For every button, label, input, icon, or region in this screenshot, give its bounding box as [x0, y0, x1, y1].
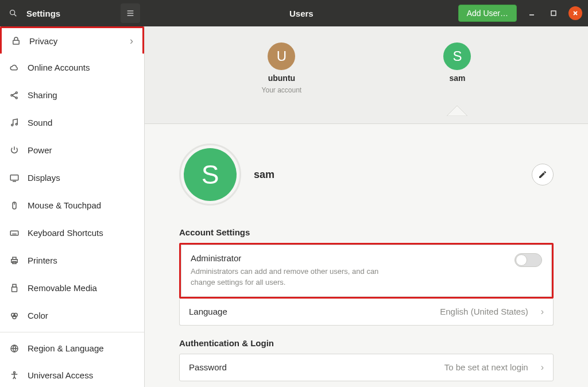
header-right: Add User…: [458, 5, 588, 22]
sidebar-item-label: Power: [28, 145, 135, 155]
header-left: Settings: [0, 0, 145, 26]
svg-line-13: [13, 93, 16, 95]
add-user-button[interactable]: Add User…: [458, 5, 517, 22]
lock-icon: [11, 36, 21, 46]
sidebar-item-label: Universal Access: [28, 370, 135, 380]
administrator-description: Administrators can add and remove other …: [191, 266, 386, 288]
chevron-right-icon: ›: [541, 307, 544, 317]
color-icon: [9, 311, 20, 321]
sidebar-item-label: Removable Media: [28, 283, 135, 293]
sidebar-item-label: Sound: [28, 118, 135, 127]
sidebar-item-universal-access[interactable]: Universal Access: [0, 362, 144, 387]
svg-line-14: [13, 95, 16, 97]
svg-point-12: [16, 97, 17, 99]
avatar-large-wrap: S: [179, 144, 241, 206]
sidebar-item-label: Printers: [28, 256, 135, 265]
display-icon: [9, 173, 20, 183]
edit-name-button[interactable]: [532, 164, 554, 185]
power-icon: [9, 145, 20, 156]
menu-button[interactable]: [121, 3, 140, 23]
window-close-button[interactable]: [568, 6, 582, 20]
main-content: U ubuntu Your account S sam S sam Accoun: [145, 26, 588, 387]
sidebar-item-privacy[interactable]: Privacy ›: [0, 26, 144, 54]
account-settings-title: Account Settings: [179, 227, 554, 237]
avatar: U: [268, 42, 295, 70]
sidebar-item-power[interactable]: Power: [0, 137, 144, 164]
svg-rect-24: [13, 257, 16, 260]
sidebar-item-label: Displays: [28, 173, 135, 183]
sidebar-item-label: Sharing: [28, 90, 135, 100]
auth-login-title: Authentication & Login: [179, 338, 554, 348]
svg-rect-21: [10, 231, 18, 235]
sidebar-item-sound[interactable]: Sound: [0, 109, 144, 137]
sidebar-item-online-accounts[interactable]: Online Accounts: [0, 54, 144, 82]
settings-title: Settings: [26, 9, 60, 18]
hamburger-icon: [126, 9, 135, 18]
sidebar-item-region-language[interactable]: Region & Language: [0, 335, 144, 362]
window-minimize-button[interactable]: [525, 6, 539, 20]
sidebar-item-label: Privacy: [29, 36, 122, 46]
svg-point-16: [16, 123, 17, 125]
svg-rect-6: [551, 11, 556, 16]
svg-point-0: [10, 10, 15, 15]
sidebar-item-sharing[interactable]: Sharing: [0, 82, 144, 109]
sidebar-item-removable-media[interactable]: Removable Media: [0, 274, 144, 302]
sidebar-item-color[interactable]: Color: [0, 302, 144, 330]
keyboard-icon: [9, 228, 20, 238]
chevron-right-icon: ›: [541, 362, 544, 373]
svg-point-32: [14, 371, 16, 373]
svg-marker-33: [447, 106, 467, 116]
usb-icon: [9, 283, 20, 293]
printer-icon: [9, 256, 20, 266]
sidebar-separator: [0, 332, 144, 332]
sidebar-item-mouse-touchpad[interactable]: Mouse & Touchpad: [0, 192, 144, 219]
sidebar-item-keyboard-shortcuts[interactable]: Keyboard Shortcuts: [0, 219, 144, 247]
user-chooser: U ubuntu Your account S sam: [145, 26, 588, 124]
user-name-label: ubuntu: [268, 73, 295, 83]
toggle-knob: [516, 254, 527, 266]
user-chip-ubuntu[interactable]: U ubuntu Your account: [262, 42, 302, 94]
password-value: To be set at next login: [444, 362, 528, 372]
user-subtitle: Your account: [262, 86, 302, 94]
sidebar-item-printers[interactable]: Printers: [0, 247, 144, 274]
language-value: English (United States): [440, 307, 528, 316]
svg-point-15: [11, 124, 13, 126]
svg-line-1: [14, 14, 17, 17]
user-name-label: sam: [449, 73, 465, 83]
svg-point-11: [16, 92, 17, 94]
password-label: Password: [189, 362, 227, 372]
administrator-toggle[interactable]: [514, 253, 542, 267]
search-icon: [9, 9, 18, 18]
svg-rect-9: [13, 40, 20, 44]
cloud-icon: [9, 63, 20, 73]
administrator-row[interactable]: Administrator Administrators can add and…: [181, 245, 551, 296]
globe-icon: [9, 343, 20, 354]
sidebar-item-label: Mouse & Touchpad: [28, 200, 135, 210]
header-bar: Settings Users Add User…: [0, 0, 588, 26]
avatar: S: [443, 42, 471, 70]
settings-sidebar: Privacy › Online Accounts Sharing Sound: [0, 26, 145, 387]
page-title: Users: [145, 9, 458, 18]
user-detail: S sam Account Settings Administrator Adm…: [145, 124, 588, 387]
sidebar-item-displays[interactable]: Displays: [0, 164, 144, 192]
window-maximize-button[interactable]: [547, 6, 560, 20]
pencil-icon: [538, 170, 547, 179]
admin-highlight-box: Administrator Administrators can add and…: [179, 243, 554, 299]
user-chip-sam[interactable]: S sam: [443, 42, 471, 83]
sidebar-item-label: Color: [28, 311, 135, 320]
sidebar-item-label: Region & Language: [28, 343, 135, 353]
language-label: Language: [189, 307, 227, 316]
selected-notch-icon: [447, 106, 467, 116]
administrator-label: Administrator: [191, 253, 506, 263]
detail-user-name: sam: [254, 169, 274, 181]
search-button[interactable]: [3, 3, 23, 23]
mouse-icon: [9, 200, 20, 211]
language-row[interactable]: Language English (United States) ›: [180, 299, 553, 325]
minimize-icon: [528, 10, 535, 17]
svg-rect-27: [12, 287, 17, 291]
avatar-large: S: [184, 148, 237, 201]
sidebar-item-label: Online Accounts: [28, 63, 135, 72]
svg-point-10: [11, 94, 13, 96]
password-row[interactable]: Password To be set at next login ›: [180, 354, 553, 381]
music-icon: [9, 118, 20, 128]
